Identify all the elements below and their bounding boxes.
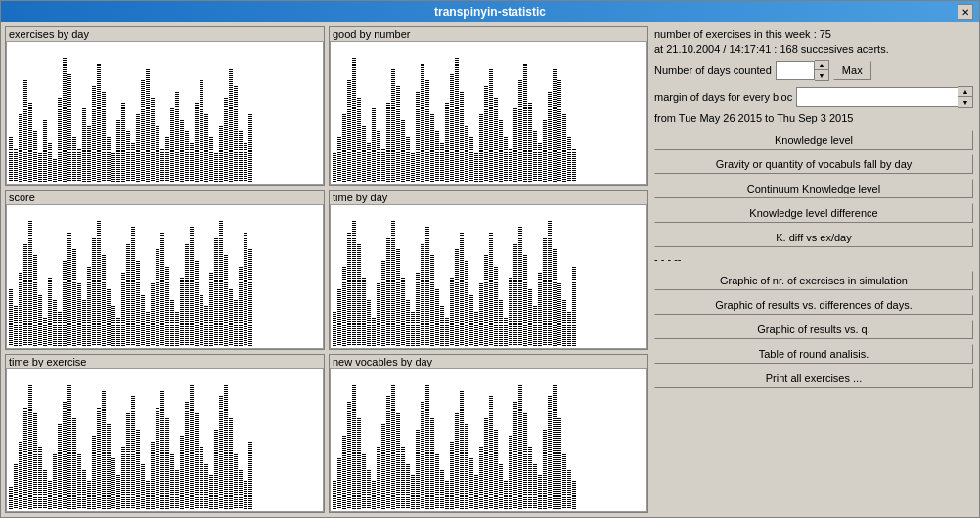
days-counted-spin[interactable]: 100 ▲ ▼ (776, 60, 829, 81)
days-counted-input[interactable]: 100 (776, 61, 815, 80)
k-diff-ex-button[interactable]: K. diff vs ex/day (654, 228, 973, 247)
days-up-btn[interactable]: ▲ (815, 61, 828, 70)
chart-body-time-ex (6, 368, 324, 512)
knowledge-level-button[interactable]: Knowledge level (654, 130, 973, 150)
continuum-button[interactable]: Continuum Knowledge level (654, 179, 973, 198)
chart-title-time-day: time by day (330, 191, 647, 204)
chart-good-by-number: good by number (329, 26, 648, 186)
days-counted-spinners: ▲ ▼ (815, 60, 829, 81)
margin-input[interactable]: 1 (796, 87, 958, 107)
chart-title-score: score (6, 191, 324, 204)
max-button[interactable]: Max (833, 61, 871, 80)
close-button[interactable]: ✕ (958, 4, 973, 20)
margin-down-btn[interactable]: ▼ (958, 97, 972, 107)
chart-body-score (6, 204, 324, 348)
chart-body-good (330, 41, 647, 185)
graphic-results-q-button[interactable]: Graphic of results vs. q. (654, 320, 973, 339)
chart-body-vocables (330, 368, 647, 512)
separator-line: - - - -- (654, 251, 973, 267)
chart-title-time-ex: time by exercise (6, 355, 324, 368)
chart-time-by-exercise: time by exercise (5, 354, 325, 513)
right-panel: number of exercises in this week : 75 at… (652, 26, 975, 513)
margin-up-btn[interactable]: ▲ (958, 87, 972, 97)
margin-spinners: ▲ ▼ (958, 86, 973, 108)
chart-body-exercises (6, 41, 324, 185)
margin-spin[interactable]: 1 ▲ ▼ (796, 86, 973, 108)
table-round-button[interactable]: Table of round analisis. (654, 344, 973, 364)
knowledge-diff-button[interactable]: Knowledge level difference (654, 203, 973, 223)
successes-info: at 21.10.2004 / 14:17:41 : 168 succesive… (654, 43, 973, 55)
chart-title-exercises: exercises by day (6, 27, 324, 41)
chart-exercises-by-day: exercises by day (5, 26, 325, 186)
graphic-results-diff-button[interactable]: Graphic of results vs. differences of da… (654, 295, 973, 315)
date-range: from Tue May 26 2015 to Thu Sep 3 2015 (654, 112, 973, 124)
main-window: transpinyin-statistic ✕ exercises by day… (0, 0, 980, 518)
chart-score: score (5, 190, 325, 349)
days-counted-label: Number of days counted (654, 65, 772, 76)
chart-title-good: good by number (330, 27, 647, 41)
chart-time-by-day: time by day (329, 190, 648, 349)
title-bar: transpinyin-statistic ✕ (1, 1, 979, 22)
days-down-btn[interactable]: ▼ (815, 70, 828, 80)
charts-grid: exercises by day good by number score ti… (5, 26, 648, 513)
window-title: transpinyin-statistic (22, 5, 958, 19)
print-all-button[interactable]: Print all exercises ... (654, 368, 973, 388)
graphic-nr-button[interactable]: Graphic of nr. of exercises in simulatio… (654, 271, 973, 290)
exercises-week-info: number of exercises in this week : 75 (654, 28, 973, 40)
days-counted-row: Number of days counted 100 ▲ ▼ Max (654, 60, 973, 81)
gravity-button[interactable]: Gravity or quantity of vocabuls fall by … (654, 154, 973, 174)
margin-label: margin of days for every bloc (654, 91, 792, 103)
content-area: exercises by day good by number score ti… (1, 22, 979, 517)
chart-new-vocables: new vocables by day (329, 354, 648, 513)
chart-body-time-day (330, 204, 647, 348)
margin-row: margin of days for every bloc 1 ▲ ▼ (654, 86, 973, 108)
chart-title-vocables: new vocables by day (330, 355, 647, 368)
